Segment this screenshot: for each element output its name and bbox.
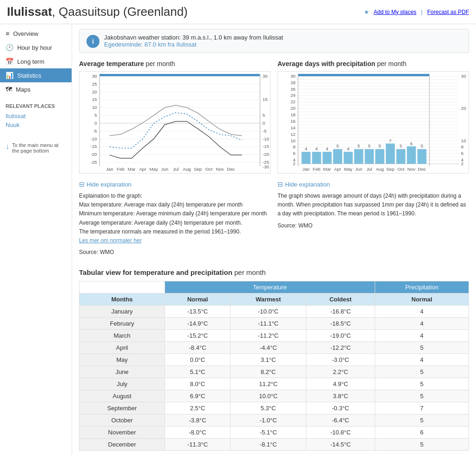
svg-text:8: 8 — [461, 145, 463, 150]
egedesminde-link[interactable]: Egedesminde: 87.0 km fra Ilulissat — [104, 41, 197, 48]
table-row: July 8.0°C 11.2°C 4.9°C 5 — [79, 378, 469, 390]
svg-text:May: May — [150, 167, 159, 172]
svg-text:4: 4 — [326, 147, 328, 152]
warmest-cell: -1.0°C — [231, 414, 306, 427]
svg-text:5: 5 — [337, 144, 339, 149]
relevant-place-ilulissat[interactable]: Ilulissat — [6, 112, 66, 120]
svg-text:2: 2 — [461, 162, 463, 167]
warmest-cell: -5.1°C — [231, 427, 306, 439]
svg-text:26: 26 — [291, 87, 296, 92]
precip-explanation-toggle[interactable]: Hide explanation — [278, 180, 469, 188]
normal-temp-cell: -11.3°C — [165, 439, 231, 451]
page-title: Ilulissat, Qaasuitsup (Greenland) — [7, 5, 188, 19]
normals-link[interactable]: Les mer om normaler her — [79, 237, 142, 244]
svg-text:Nov: Nov — [216, 167, 224, 172]
sidebar-item-hour-by-hour[interactable]: 🕐 Hour by hour — [0, 40, 72, 54]
svg-text:6: 6 — [410, 141, 412, 146]
precip-cell: 4 — [375, 330, 469, 342]
table-row: September 2.5°C 5.3°C -0.3°C 7 — [79, 402, 469, 414]
table-body: January -13.5°C -10.0°C -16.8°C 4 Februa… — [79, 306, 469, 451]
warmest-cell: 8.2°C — [231, 366, 306, 378]
sidebar-item-maps[interactable]: 🗺 Maps — [0, 82, 72, 96]
svg-text:4: 4 — [305, 147, 307, 152]
svg-text:10: 10 — [291, 139, 296, 143]
sidebar-item-long-term[interactable]: 📅 Long term — [0, 54, 72, 68]
sidebar-bottom-text: To the main menu at the page bottom — [12, 142, 66, 153]
clock-icon: 🕐 — [6, 44, 13, 51]
temp-explanation-toggle[interactable]: Hide explanation — [79, 180, 271, 188]
svg-text:Sep: Sep — [194, 167, 202, 172]
svg-text:-25: -25 — [91, 160, 97, 165]
svg-text:0: 0 — [94, 121, 97, 126]
svg-text:20: 20 — [461, 107, 466, 111]
warmest-cell: -10.0°C — [231, 306, 306, 318]
svg-rect-111 — [365, 149, 374, 164]
svg-text:16: 16 — [291, 119, 296, 124]
sidebar-item-statistics[interactable]: 📊 Statistics — [0, 68, 72, 82]
sidebar-bottom: ↓ To the main menu at the page bottom — [0, 139, 72, 157]
svg-rect-137 — [298, 74, 430, 76]
svg-text:May: May — [344, 167, 353, 172]
coldest-cell: -10.8°C — [306, 427, 375, 439]
coldest-cell: -14.5°C — [306, 439, 375, 451]
relevant-places-title: RELEVANT PLACES — [6, 103, 66, 109]
svg-text:Oct: Oct — [397, 167, 405, 172]
info-text: Jakobshavn weather station: 39 m.a.s.l.,… — [104, 34, 283, 48]
normal-temp-cell: 6.9°C — [165, 390, 231, 402]
forecast-pdf-button[interactable]: Forecast as PDF — [427, 9, 469, 15]
svg-text:Jun: Jun — [355, 167, 363, 172]
temp-chart-svg: 30 25 20 15 10 5 0 -5 -10 -15 -20 -25 30 — [79, 72, 270, 173]
temp-source: Source: WMO — [79, 248, 271, 257]
precip-cell: 6 — [375, 427, 469, 439]
temp-title-rest: per month — [144, 60, 175, 67]
tabular-title-rest: per month — [232, 268, 266, 276]
calendar-icon: 📅 — [6, 58, 13, 65]
precip-cell: 5 — [375, 390, 469, 402]
coldest-cell: -6.4°C — [306, 414, 375, 427]
info-box: i Jakobshavn weather station: 39 m.a.s.l… — [79, 29, 469, 53]
svg-text:5: 5 — [421, 144, 423, 149]
svg-text:30: 30 — [92, 74, 97, 79]
svg-rect-99 — [302, 152, 311, 164]
svg-rect-113 — [375, 149, 384, 164]
svg-rect-103 — [323, 152, 331, 164]
add-to-places-button[interactable]: Add to My places — [374, 9, 416, 15]
svg-text:-15: -15 — [263, 145, 269, 149]
svg-text:Aug: Aug — [183, 167, 191, 172]
svg-text:Jan: Jan — [303, 167, 310, 172]
temp-chart-title: Average temperature per month — [79, 60, 271, 67]
svg-text:5: 5 — [263, 113, 265, 118]
precipitation-group-header: Precipitation — [375, 281, 469, 294]
svg-rect-101 — [312, 152, 321, 164]
sidebar-item-overview[interactable]: ≡ Overview — [0, 27, 72, 40]
svg-text:Jul: Jul — [366, 167, 372, 172]
svg-text:5: 5 — [378, 144, 381, 149]
svg-text:Mar: Mar — [323, 167, 331, 172]
temp-explanation-col: Hide explanation Explaination to the gra… — [79, 180, 271, 257]
svg-rect-121 — [417, 149, 426, 164]
svg-text:-25: -25 — [263, 160, 269, 165]
coldest-cell: -3.0°C — [306, 354, 375, 366]
svg-text:Oct: Oct — [205, 167, 213, 172]
region-name: , Qaasuitsup (Greenland) — [52, 5, 188, 19]
maps-icon: 🗺 — [6, 86, 12, 93]
svg-text:7: 7 — [389, 139, 391, 143]
warmest-cell: -4.4°C — [231, 342, 306, 354]
table-row: October -3.8°C -1.0°C -6.4°C 5 — [79, 414, 469, 427]
svg-text:Feb: Feb — [313, 167, 321, 172]
table-row: January -13.5°C -10.0°C -16.8°C 4 — [79, 306, 469, 318]
sidebar-label-maps: Maps — [16, 86, 31, 93]
svg-rect-117 — [397, 149, 405, 164]
svg-text:Jun: Jun — [161, 167, 169, 172]
svg-text:15: 15 — [263, 98, 268, 102]
precip-title-rest: per month — [375, 60, 406, 67]
svg-text:Apr: Apr — [139, 167, 146, 172]
svg-text:-5: -5 — [93, 129, 97, 133]
svg-text:-20: -20 — [91, 153, 97, 157]
relevant-place-nuuk[interactable]: Nuuk — [6, 120, 66, 129]
coldest-cell: -19.0°C — [306, 330, 375, 342]
normal-temp-cell: -3.8°C — [165, 414, 231, 427]
warmest-cell: 5.3°C — [231, 402, 306, 414]
month-cell: October — [79, 414, 165, 427]
temp-hide-label: Hide explanation — [86, 181, 132, 188]
